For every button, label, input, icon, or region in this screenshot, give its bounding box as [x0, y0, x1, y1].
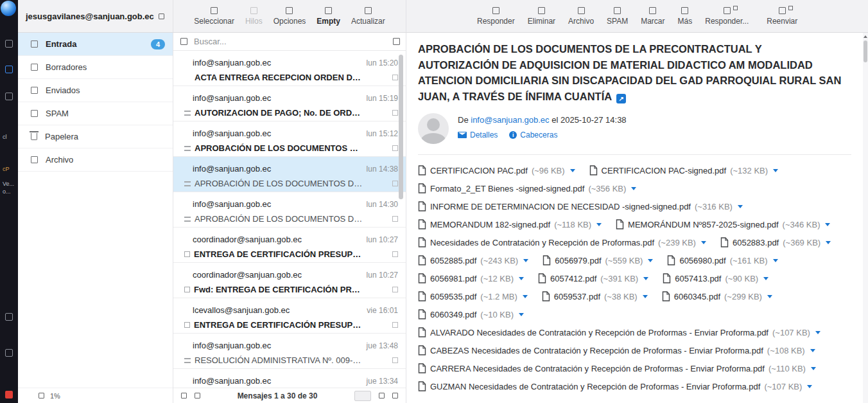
taskbar-icon-red[interactable]	[5, 391, 13, 399]
flag-checkbox[interactable]	[392, 110, 398, 116]
attachment-menu-caret[interactable]	[826, 241, 831, 244]
attachment-menu-caret[interactable]	[523, 295, 528, 298]
attachment[interactable]: CERTIFICACION PAC.pdf (~96 KB)	[418, 161, 575, 179]
attachment-menu-caret[interactable]	[631, 187, 636, 190]
attachment-menu-caret[interactable]	[643, 277, 648, 280]
attachment-menu-caret[interactable]	[570, 169, 575, 172]
flag-checkbox[interactable]	[392, 287, 398, 292]
attachment[interactable]: 6052883.pdf (~369 KB)	[720, 233, 831, 251]
attachment[interactable]: MEMORÁNDUM Nº857-2025-signed.pdf (~346 K…	[616, 215, 830, 233]
attachment-menu-caret[interactable]	[701, 241, 706, 244]
attachment-menu-caret[interactable]	[773, 169, 778, 172]
message-row[interactable]: info@sanjuan.gob.ec jue 13:34	[173, 369, 406, 388]
attachment-menu-caret[interactable]	[810, 349, 815, 352]
search-options-icon[interactable]	[393, 38, 400, 45]
message-toolbar-button[interactable]: Más	[678, 6, 693, 26]
browser-logo-icon[interactable]	[1, 1, 16, 16]
taskbar-icon[interactable]	[5, 349, 13, 357]
details-button[interactable]: Detalles	[458, 130, 498, 139]
folder-item[interactable]: Entrada 4	[18, 33, 173, 56]
message-toolbar-button[interactable]: Archivo	[568, 6, 594, 26]
message-row[interactable]: info@sanjuan.gob.ec lun 15:19 AUTORIZACI…	[173, 86, 406, 121]
attachment-menu-caret[interactable]	[773, 259, 778, 262]
attachment[interactable]: ALVARADO Necesidades de Contratación y R…	[418, 323, 820, 341]
search-bar[interactable]: Buscar...	[173, 33, 406, 51]
flag-checkbox[interactable]	[392, 181, 398, 186]
flag-checkbox[interactable]	[392, 145, 398, 151]
attachment[interactable]: Formato_2_ET Bienes -signed-signed.pdf (…	[418, 179, 636, 197]
attachment[interactable]: 6059537.pdf (~38 KB)	[542, 287, 648, 305]
attachment[interactable]: CERTIFICACION PAC-signed.pdf (~132 KB)	[589, 161, 778, 179]
attachment[interactable]: 6057413.pdf (~90 KB)	[663, 269, 768, 287]
flag-checkbox[interactable]	[392, 216, 398, 222]
search-input[interactable]: Buscar...	[194, 37, 386, 46]
message-row[interactable]: info@sanjuan.gob.ec lun 15:12 APROBACIÓN…	[173, 121, 406, 157]
attachment[interactable]: 6056979.pdf (~559 KB)	[542, 251, 653, 269]
list-toolbar-button[interactable]: Empty	[317, 6, 340, 26]
taskbar-icon[interactable]	[5, 40, 13, 48]
list-footer-icon[interactable]	[181, 393, 187, 399]
flag-checkbox[interactable]	[392, 75, 398, 80]
list-toolbar-button[interactable]: Hilos	[245, 6, 263, 26]
flag-checkbox[interactable]	[392, 322, 398, 328]
list-footer-icon[interactable]	[195, 393, 200, 399]
external-link-icon[interactable]	[616, 94, 626, 103]
folder-item[interactable]: Enviados	[18, 79, 173, 102]
attachment[interactable]: Necesidades de Contratación y Recepción …	[418, 233, 706, 251]
message-toolbar-button[interactable]: Reenviar	[767, 6, 797, 26]
reading-pane-scrollbar[interactable]	[863, 33, 868, 403]
taskbar-icon-active[interactable]	[5, 66, 13, 73]
attachment-menu-caret[interactable]	[825, 223, 830, 226]
message-row[interactable]: coordinador@sanjuan.gob.ec lun 10:27 ENT…	[173, 228, 406, 263]
message-toolbar-button[interactable]: Eliminar	[528, 6, 555, 26]
attachment-menu-caret[interactable]	[643, 295, 648, 298]
folder-item[interactable]: Papelera	[18, 125, 173, 148]
attachment[interactable]: 6052885.pdf (~243 KB)	[418, 251, 528, 269]
message-row[interactable]: info@sanjuan.gob.ec jue 13:48 RESOLUCIÓN…	[173, 334, 406, 369]
attachment-menu-caret[interactable]	[738, 205, 743, 208]
attachment-menu-caret[interactable]	[807, 385, 812, 388]
message-row[interactable]: info@sanjuan.gob.ec lun 14:30 APROBACIÓN…	[173, 192, 406, 228]
attachment[interactable]: GUZMAN Necesidades de Contratación y Rec…	[418, 377, 812, 395]
flag-checkbox[interactable]	[392, 357, 398, 363]
attachment[interactable]: 6057412.pdf (~391 KB)	[538, 269, 648, 287]
attachment-menu-caret[interactable]	[767, 295, 772, 298]
message-toolbar-button[interactable]: SPAM	[607, 6, 628, 26]
attachment[interactable]: INFORME DE DETERMINACION DE NECESIDAD -s…	[418, 197, 743, 215]
folder-item[interactable]: SPAM	[18, 102, 173, 125]
scrollbar-thumb[interactable]	[864, 40, 867, 62]
message-row[interactable]: lcevallos@sanjuan.gob.ec vie 16:01 ENTRE…	[173, 298, 406, 334]
attachment[interactable]: 6056980.pdf (~161 KB)	[667, 251, 777, 269]
attachment-menu-caret[interactable]	[811, 367, 816, 370]
attachment[interactable]: 6060345.pdf (~299 KB)	[662, 287, 772, 305]
folder-item[interactable]: Archivo	[18, 148, 173, 172]
list-toolbar-button[interactable]: Seleccionar	[194, 6, 234, 26]
attachment-menu-caret[interactable]	[519, 313, 524, 316]
page-nav-icon[interactable]	[379, 393, 385, 399]
attachment-menu-caret[interactable]	[648, 259, 653, 262]
attachment[interactable]: 6059535.pdf (~1.2 MB)	[418, 287, 528, 305]
message-row[interactable]: info@sanjuan.gob.ec lun 15:20 ACTA ENTRE…	[173, 51, 406, 86]
taskbar-icon[interactable]	[5, 93, 13, 100]
attachment-menu-caret[interactable]	[523, 259, 528, 262]
attachment[interactable]: CABEZAS Necesidades de Contratación y Re…	[418, 341, 815, 359]
sender-email-link[interactable]: info@sanjuan.gob.ec	[471, 115, 549, 125]
list-scrollbar-thumb[interactable]	[399, 55, 403, 199]
message-row[interactable]: coordinador@sanjuan.gob.ec lun 10:27 Fwd…	[173, 263, 406, 298]
flag-checkbox[interactable]	[392, 251, 398, 257]
popout-icon[interactable]	[159, 13, 164, 19]
list-toolbar-button[interactable]: Actualizar	[351, 6, 385, 26]
page-nav-icon[interactable]	[392, 393, 398, 399]
attachment[interactable]: 6060349.pdf (~10 KB)	[418, 305, 524, 323]
message-toolbar-button[interactable]: Marcar	[641, 6, 664, 26]
message-toolbar-button[interactable]: Responder...	[705, 6, 749, 26]
select-all-checkbox[interactable]	[180, 38, 187, 45]
taskbar-icon[interactable]	[5, 313, 13, 321]
attachment-menu-caret[interactable]	[763, 277, 768, 280]
message-row[interactable]: info@sanjuan.gob.ec lun 14:38 APROBACIÓN…	[173, 157, 406, 192]
attachment-menu-caret[interactable]	[815, 331, 820, 334]
attachment-menu-caret[interactable]	[519, 277, 524, 280]
attachment-menu-caret[interactable]	[596, 223, 602, 226]
scroll-up-arrow-icon[interactable]	[864, 35, 867, 38]
attachment[interactable]: CARRERA Necesidades de Contratación y Re…	[418, 359, 816, 377]
